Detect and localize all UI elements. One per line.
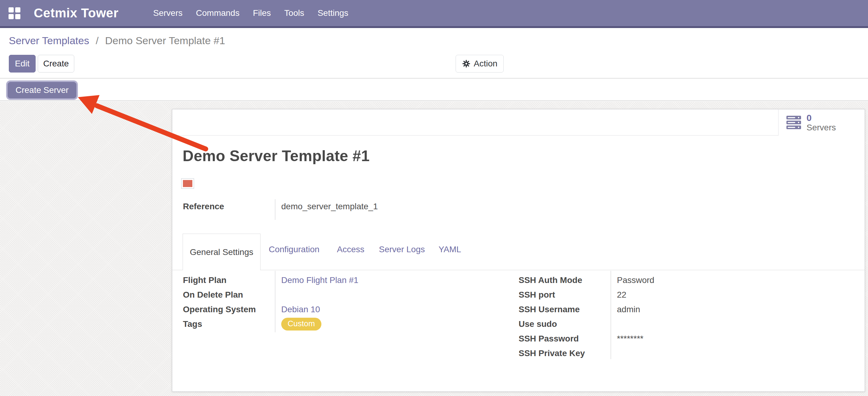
field-value-flight-plan[interactable]: Demo Flight Plan #1 — [275, 275, 359, 285]
servers-stat-button[interactable]: 0 Servers — [778, 109, 865, 136]
field-row-operating-system: Operating System Debian 10 — [183, 302, 457, 317]
field-row-on-delete-plan: On Delete Plan — [183, 288, 457, 302]
tab-yaml[interactable]: YAML — [439, 245, 461, 254]
field-row-ssh-private-key: SSH Private Key — [519, 346, 817, 361]
menu-item-commands[interactable]: Commands — [195, 6, 240, 20]
reference-label: Reference — [183, 202, 224, 211]
field-row-ssh-username: SSH Username admin — [519, 302, 817, 317]
record-title: Demo Server Template #1 — [183, 147, 370, 165]
menu-item-tools[interactable]: Tools — [284, 6, 305, 20]
object-button-bar: Create Server — [0, 79, 868, 101]
field-label-ssh-password: SSH Password — [519, 334, 611, 344]
field-separator — [275, 199, 275, 220]
breadcrumb-separator: / — [96, 35, 98, 46]
color-swatch — [182, 179, 193, 188]
server-stack-icon — [786, 116, 801, 129]
field-group-left: Flight Plan Demo Flight Plan #1 On Delet… — [183, 273, 457, 332]
field-label-use-sudo: Use sudo — [519, 319, 611, 329]
reference-value: demo_server_template_1 — [281, 202, 378, 211]
field-row-flight-plan: Flight Plan Demo Flight Plan #1 — [183, 273, 457, 288]
main-menu: Servers Commands Files Tools Settings — [153, 6, 349, 20]
field-label-on-delete-plan: On Delete Plan — [183, 290, 275, 300]
breadcrumb-parent-link[interactable]: Server Templates — [9, 35, 89, 46]
tabbar-border — [172, 270, 865, 270]
field-label-ssh-auth-mode: SSH Auth Mode — [519, 275, 611, 285]
servers-count: 0 — [807, 113, 836, 123]
field-label-tags: Tags — [183, 319, 275, 329]
tab-configuration[interactable]: Configuration — [269, 245, 319, 254]
field-row-ssh-password: SSH Password ******** — [519, 332, 817, 346]
page: Cetmix Tower Servers Commands Files Tool… — [0, 0, 868, 396]
field-value-operating-system[interactable]: Debian 10 — [275, 305, 320, 314]
field-label-ssh-username: SSH Username — [519, 305, 611, 314]
menu-item-files[interactable]: Files — [252, 6, 272, 20]
create-server-button[interactable]: Create Server — [8, 82, 76, 98]
servers-label: Servers — [807, 123, 836, 132]
tab-access[interactable]: Access — [337, 245, 364, 254]
field-label-ssh-port: SSH port — [519, 290, 611, 300]
field-value-ssh-auth-mode: Password — [611, 275, 654, 285]
field-row-tags: Tags Custom — [183, 317, 457, 332]
field-row-use-sudo: Use sudo — [519, 317, 817, 332]
menu-item-settings[interactable]: Settings — [317, 6, 349, 20]
field-label-flight-plan: Flight Plan — [183, 275, 275, 285]
form-sheet: 0 Servers Demo Server Template #1 Refere… — [172, 109, 865, 392]
servers-stat-text: 0 Servers — [807, 113, 836, 133]
field-row-ssh-port: SSH port 22 — [519, 288, 817, 302]
edit-button[interactable]: Edit — [9, 55, 36, 73]
breadcrumb: Server Templates / Demo Server Template … — [9, 35, 225, 47]
apps-grid-dot — [8, 7, 14, 12]
tab-server-logs[interactable]: Server Logs — [379, 245, 425, 254]
apps-grid-dot — [8, 14, 14, 19]
breadcrumb-current: Demo Server Template #1 — [105, 35, 225, 46]
content-area: 0 Servers Demo Server Template #1 Refere… — [0, 102, 868, 396]
create-button[interactable]: Create — [38, 55, 74, 73]
apps-grid-icon[interactable] — [8, 7, 21, 19]
action-button[interactable]: Action — [456, 55, 504, 73]
field-label-ssh-private-key: SSH Private Key — [519, 348, 611, 358]
action-button-label: Action — [474, 59, 498, 68]
field-row-ssh-auth-mode: SSH Auth Mode Password — [519, 273, 817, 288]
apps-grid-dot — [15, 7, 21, 12]
field-value-ssh-password: ******** — [611, 334, 643, 344]
gear-icon — [462, 59, 470, 68]
tab-general-settings[interactable]: General Settings — [183, 234, 260, 270]
field-value-ssh-port: 22 — [611, 290, 626, 300]
tag-badge-custom: Custom — [281, 318, 321, 331]
top-navbar: Cetmix Tower Servers Commands Files Tool… — [0, 0, 868, 28]
button-box-row: 0 Servers — [172, 109, 865, 136]
menu-item-servers[interactable]: Servers — [153, 6, 183, 20]
brand-title[interactable]: Cetmix Tower — [34, 6, 118, 21]
apps-grid-dot — [15, 14, 21, 19]
control-panel: Server Templates / Demo Server Template … — [0, 28, 868, 79]
field-label-operating-system: Operating System — [183, 305, 275, 314]
field-group-right: SSH Auth Mode Password SSH port 22 SSH U… — [519, 273, 817, 361]
field-value-ssh-username: admin — [611, 305, 640, 314]
